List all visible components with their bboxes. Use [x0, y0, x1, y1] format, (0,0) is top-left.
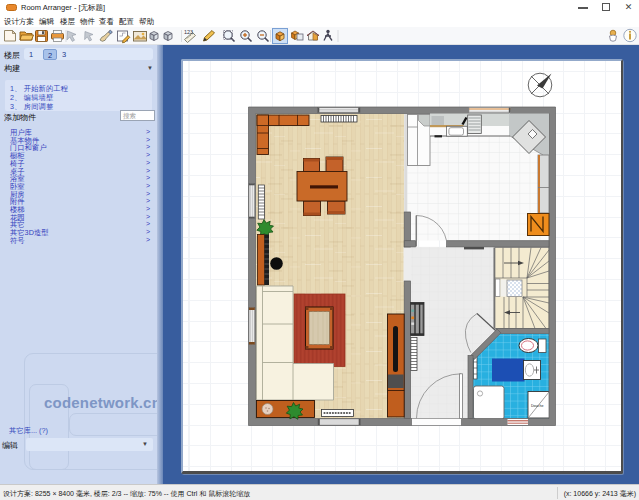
svg-text:Douche: Douche — [531, 404, 543, 408]
